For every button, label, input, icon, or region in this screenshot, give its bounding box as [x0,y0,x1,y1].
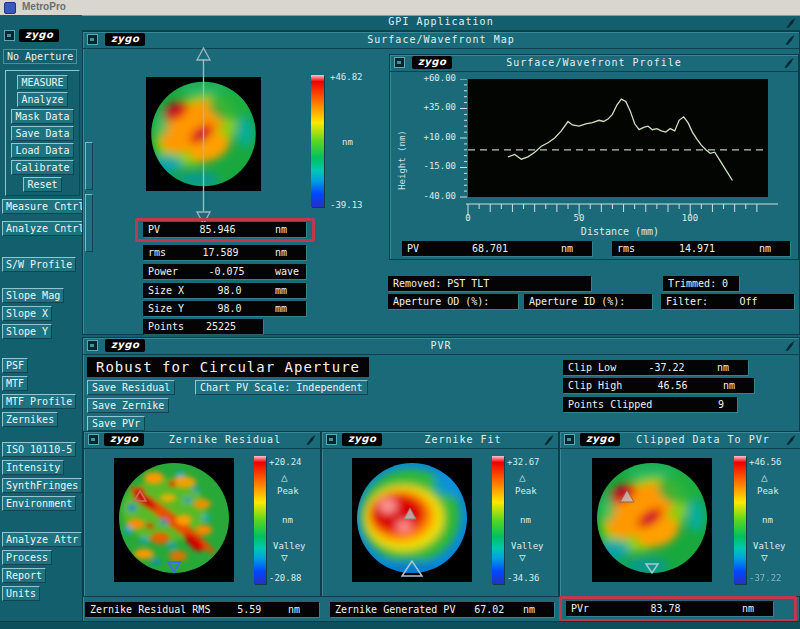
measure-cntrl-button[interactable]: Measure Cntrl [2,199,88,214]
stat-value: 9 [652,397,732,412]
synthfringes-button[interactable]: SynthFringes [2,478,82,493]
info-label: Trimmed: [668,276,716,291]
peak-label: Peak [515,486,537,496]
sw-profile-button[interactable]: S/W Profile [2,257,76,272]
pvr-header: Robust for Circular Aperture [87,357,369,377]
stat-value: -0.075 [178,264,275,279]
stat-value: 83.78 [589,601,742,616]
window-menu-icon[interactable] [4,30,15,41]
slope-x-button[interactable]: Slope X [2,306,52,321]
reset-button[interactable]: Reset [23,177,61,192]
window-menu-icon[interactable] [326,434,337,445]
slope-y-button[interactable]: Slope Y [2,324,52,339]
analyze-attr-button[interactable]: Analyze Attr [2,532,82,547]
colorbar-unit: nm [520,515,531,525]
load-data-button[interactable]: Load Data [11,143,73,158]
size-y-stat: Size Y 98.0 mm [143,301,306,316]
gpi-titlebar: GPI Application [82,15,800,31]
save-zernike-button[interactable]: Save Zernike [87,398,169,413]
info-label: Aperture ID (%): [529,296,625,307]
valley-label: Valley [273,541,306,551]
stat-label: Zernike Generated PV [335,602,455,617]
colorbar [734,456,746,584]
valley-icon: ▽ [761,553,768,563]
environment-button[interactable]: Environment [2,496,76,511]
brush-icon[interactable] [783,57,795,69]
clipped-data-map [592,458,712,582]
zygo-logo: zygo [580,433,620,446]
report-button[interactable]: Report [2,568,46,583]
mask-data-button[interactable]: Mask Data [11,109,73,124]
edge-tab[interactable] [85,194,93,252]
profile-chart [458,79,788,219]
measure-button[interactable]: MEASURE [17,75,67,90]
window-menu-icon[interactable] [88,434,99,445]
rms-stat: rms 17.589 nm [143,245,306,260]
brush-icon[interactable] [784,340,796,352]
stat-value: 25225 [184,319,258,334]
brush-icon[interactable] [543,434,555,446]
pv-stat: PV 85.946 nm [143,222,306,237]
mtf-profile-button[interactable]: MTF Profile [2,394,76,409]
x-tick: 50 [567,213,591,223]
stat-value: 68.701 [419,241,561,256]
stat-unit: nm [717,360,743,375]
stat-label: Power [148,264,178,279]
stat-label: rms [148,245,166,260]
info-value: 0 [716,276,734,291]
valley-icon: ▽ [281,553,288,563]
intensity-button[interactable]: Intensity [2,460,64,475]
colorbar-max: +46.82 [330,72,363,82]
stat-label: rms [617,241,635,256]
brush-icon[interactable] [784,34,796,46]
zygo-logo: zygo [104,433,144,446]
colorbar [492,456,504,584]
stat-unit: mm [275,283,301,298]
points-clipped-stat: Points Clipped 9 [563,397,737,412]
aperture-label[interactable]: No Aperture [3,49,77,64]
stat-value: 17.589 [166,245,275,260]
brush-icon[interactable] [785,17,797,29]
colorbar-unit: nm [342,137,353,147]
aperture-od-box: Aperture OD (%): [388,294,518,309]
stat-unit: nm [523,602,549,617]
save-data-button[interactable]: Save Data [11,126,73,141]
analyze-button[interactable]: Analyze [17,92,67,107]
map-window-titlebar: zygo Surface/Wavefront Map [83,32,799,49]
edge-tab[interactable] [85,142,93,190]
clipped-data-window: zygo Clipped Data To PVr [559,431,800,597]
slope-mag-button[interactable]: Slope Mag [2,288,64,303]
stat-value: 98.0 [184,283,275,298]
stat-unit: nm [723,378,749,393]
calibrate-button[interactable]: Calibrate [11,160,73,175]
info-label: Filter: [666,294,708,309]
map-window: zygo Surface/Wavefront Map [82,31,800,335]
peak-icon: △ [281,473,288,483]
zernikes-button[interactable]: Zernikes [2,412,58,427]
process-button[interactable]: Process [2,550,52,565]
brush-icon[interactable] [785,434,797,446]
save-pvr-button[interactable]: Save PVr [87,416,145,431]
iso-button[interactable]: ISO 10110-5 [2,442,76,457]
colorbar [254,456,266,584]
window-menu-icon[interactable] [564,434,575,445]
analyze-cntrl-button[interactable]: Analyze Cntrl [2,221,88,236]
colorbar-max: +46.56 [749,457,782,467]
colorbar-min: -34.36 [507,573,540,583]
save-residual-button[interactable]: Save Residual [87,380,175,395]
profile-window: zygo Surface/Wavefront Profile Height (n… [389,54,799,260]
stat-label: PV [148,222,160,237]
colorbar-min: -20.88 [269,573,302,583]
psf-button[interactable]: PSF [2,358,28,373]
pvr-window: zygo PVR Robust for Circular Aperture Sa… [82,337,800,624]
chart-pv-scale-button[interactable]: Chart PV Scale: Independent [195,380,368,395]
brush-icon[interactable] [305,434,317,446]
info-label: Aperture OD (%): [393,296,489,307]
zernike-residual-window: zygo Zernike Residual [83,431,321,597]
stat-label: Clip Low [568,360,616,375]
stat-value: 5.59 [210,602,288,617]
slice-arrow[interactable] [195,47,212,225]
mtf-button[interactable]: MTF [2,376,28,391]
units-button[interactable]: Units [2,586,40,601]
info-label: Removed: [393,276,441,291]
